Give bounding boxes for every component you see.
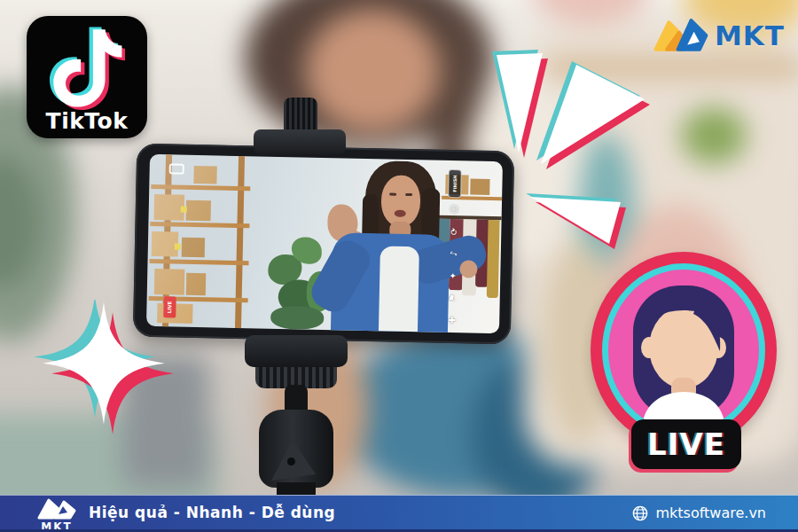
- mkt-wordmark: MKT: [715, 20, 785, 51]
- phone: FINISH ☺ ⟳ ♪ ✦ ⚑ ✚ LIVE: [133, 144, 514, 345]
- live-badge-label: LIVE: [647, 426, 725, 462]
- footer-website-text: mktsoftware.vn: [655, 505, 766, 521]
- mkt-logo-top: MKT: [653, 16, 785, 55]
- footer-website: mktsoftware.vn: [632, 496, 766, 530]
- mount-top-clamp: [254, 129, 346, 154]
- screen-glare: [146, 154, 503, 333]
- footer-mkt-gem-icon: [37, 497, 76, 520]
- footer-mkt-logo: MKT: [37, 497, 76, 532]
- footer-bar: MKT Hiệu quả - Nhanh - Dễ dùng mktsoftwa…: [0, 495, 798, 532]
- mkt-gem-icon: [653, 16, 711, 55]
- avatar-icon: [608, 270, 759, 431]
- mount-bottom-clamp: [245, 335, 348, 367]
- badge-pink-circle: [608, 270, 759, 431]
- globe-icon: [632, 505, 648, 521]
- footer-mkt-wordmark: MKT: [37, 520, 76, 532]
- live-avatar-badge: LIVE: [591, 252, 777, 449]
- live-badge-plate: LIVE: [631, 419, 741, 469]
- promo-banner: FINISH ☺ ⟳ ♪ ✦ ⚑ ✚ LIVE: [0, 0, 798, 532]
- tiktok-wordmark: TikTok: [46, 108, 129, 134]
- footer-tagline: Hiệu quả - Nhanh - Dễ dùng: [89, 496, 335, 530]
- burst-rays: [479, 35, 661, 266]
- tripod-knob-screw: [287, 458, 295, 466]
- tiktok-logo: TikTok: [27, 16, 147, 138]
- sparkle-star: [23, 300, 184, 452]
- tiktok-note-icon: [49, 25, 125, 110]
- phone-screen: FINISH ☺ ⟳ ♪ ✦ ⚑ ✚ LIVE: [146, 154, 503, 333]
